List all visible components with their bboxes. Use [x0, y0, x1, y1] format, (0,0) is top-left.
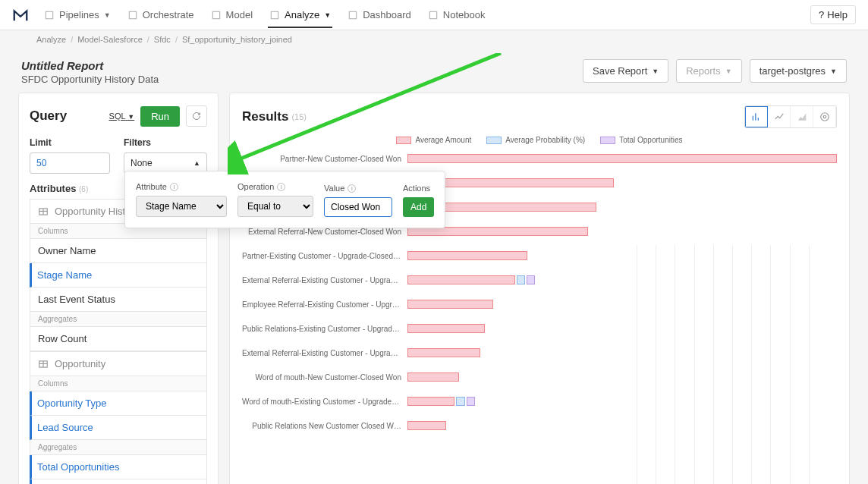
- info-icon: i: [348, 184, 356, 193]
- nav-notebook[interactable]: Notebook: [426, 2, 487, 28]
- aggregates-label: Aggregates: [30, 440, 207, 455]
- info-icon: i: [277, 183, 285, 191]
- filter-popup: Attributei Stage Name Operationi Equal t…: [124, 171, 445, 228]
- svg-rect-2: [212, 11, 219, 18]
- reports-button[interactable]: Reports▼: [676, 59, 741, 83]
- attr-group-header[interactable]: Opportunity: [30, 351, 207, 376]
- page-title: Untitled Report: [21, 59, 159, 72]
- legend-item: Total Opportunities: [600, 136, 682, 144]
- nav-icon: [348, 10, 358, 20]
- chart-bar[interactable]: [407, 251, 527, 260]
- attr-item[interactable]: Oportunity Type: [30, 391, 207, 416]
- chart-bar[interactable]: [407, 275, 515, 284]
- nav-orchestrate[interactable]: Orchestrate: [126, 2, 196, 28]
- area-chart-icon[interactable]: [791, 106, 813, 127]
- attr-item[interactable]: Average Probability (%): [30, 479, 207, 484]
- save-report-button[interactable]: Save Report▼: [583, 59, 668, 83]
- attr-item[interactable]: Total Opportunities: [30, 455, 207, 479]
- chart-bar[interactable]: [407, 372, 459, 382]
- svg-rect-3: [271, 11, 278, 18]
- breadcrumb: Analyze/Model-Salesforce/Sfdc/Sf_opportu…: [0, 30, 868, 49]
- legend-swatch: [396, 137, 411, 144]
- chart-label: Employee Referral-Existing Customer - Up…: [242, 300, 401, 309]
- caret-down-icon: ▼: [324, 11, 331, 19]
- chart-bar[interactable]: [407, 397, 454, 406]
- chart-label: External Referral-Existing Customer - Up…: [242, 349, 401, 357]
- nav-dashboard[interactable]: Dashboard: [346, 2, 413, 28]
- breadcrumb-link[interactable]: Sfdc: [154, 35, 171, 44]
- results-count: (15): [291, 112, 307, 121]
- results-title: Results: [242, 109, 288, 124]
- chart-row: Public Relations New Customer Closed W…: [242, 420, 837, 431]
- filter-attribute-label: Attributei: [136, 182, 227, 191]
- chart-type-controls: [744, 105, 837, 128]
- filters-label: Filters: [124, 137, 207, 148]
- help-icon: ?: [819, 9, 824, 20]
- run-button[interactable]: Run: [140, 106, 180, 127]
- nav-pipelines[interactable]: Pipelines▼: [42, 2, 112, 28]
- top-nav: Pipelines▼OrchestrateModelAnalyze▼Dashbo…: [0, 0, 868, 30]
- aggregates-label: Aggregates: [30, 312, 207, 327]
- svg-rect-4: [350, 11, 357, 18]
- add-filter-button[interactable]: Add: [403, 197, 434, 217]
- chart-label: External Referral-Existing Customer - Up…: [242, 276, 401, 284]
- columns-label: Columns: [30, 376, 207, 391]
- breadcrumb-link[interactable]: Model-Salesforce: [77, 35, 143, 44]
- attr-item[interactable]: Stage Name: [30, 263, 207, 288]
- page-subtitle: SFDC Opportunity History Data: [21, 74, 159, 85]
- limit-input[interactable]: [30, 152, 110, 174]
- nav-icon: [428, 10, 439, 20]
- svg-rect-0: [46, 11, 52, 18]
- table-icon: [38, 206, 49, 217]
- nav-icon: [44, 10, 55, 20]
- table-icon: [38, 359, 49, 369]
- attr-item[interactable]: Row Count: [30, 327, 207, 351]
- info-icon: i: [170, 183, 178, 191]
- refresh-button[interactable]: [186, 105, 207, 127]
- chart-row: Word of mouth-Existing Customer - Upgrad…: [242, 396, 837, 407]
- legend-swatch: [600, 137, 615, 144]
- filter-value-input[interactable]: [324, 197, 392, 217]
- sql-toggle[interactable]: SQL ▼: [109, 112, 135, 121]
- nav-icon: [127, 10, 138, 20]
- chart-label: Word of mouth-New Customer-Closed Won: [242, 373, 401, 382]
- line-chart-icon[interactable]: [768, 106, 791, 127]
- legend-item: Average Probability (%): [486, 136, 585, 144]
- results-panel: Results (15) Average AmountAverage Proba…: [229, 93, 850, 484]
- breadcrumb-link[interactable]: Sf_opportunity_history_joined: [182, 35, 292, 44]
- chart-row: Public Relations-Existing Customer - Upg…: [242, 323, 837, 334]
- filter-attribute-select[interactable]: Stage Name: [136, 196, 227, 217]
- chart-bar[interactable]: [407, 300, 493, 309]
- nav-model[interactable]: Model: [209, 2, 254, 28]
- filter-operation-select[interactable]: Equal to: [237, 196, 313, 217]
- chart-row: External Referral-Existing Customer - Up…: [242, 275, 837, 285]
- chart-bar[interactable]: [407, 421, 446, 430]
- nav-analyze[interactable]: Analyze▼: [268, 2, 332, 28]
- chart-bar[interactable]: [407, 154, 837, 163]
- chart-bar[interactable]: [407, 324, 485, 333]
- caret-down-icon: ▼: [830, 68, 837, 75]
- attr-item[interactable]: Owner Name: [30, 239, 207, 263]
- help-button[interactable]: ? Help: [810, 5, 856, 24]
- chart-row: Employee Referral-Existing Customer - Up…: [242, 299, 837, 310]
- chart-label: Public Relations New Customer Closed W…: [242, 422, 401, 430]
- svg-rect-5: [429, 11, 436, 18]
- caret-up-icon: ▲: [193, 159, 200, 167]
- chart-label: Public Relations-Existing Customer - Upg…: [242, 325, 401, 333]
- query-title: Query: [30, 108, 67, 124]
- chart-label: Partner-Existing Customer - Upgrade-Clos…: [242, 252, 401, 260]
- chart-legend: Average AmountAverage Probability (%)Tot…: [242, 136, 837, 144]
- page-header: Untitled Report SFDC Opportunity History…: [0, 49, 868, 93]
- settings-icon[interactable]: [813, 106, 836, 127]
- chart-row: Partner-Existing Customer - Upgrade-Clos…: [242, 250, 837, 261]
- breadcrumb-link[interactable]: Analyze: [36, 35, 66, 44]
- target-select[interactable]: target-postgres▼: [750, 59, 847, 83]
- help-label: Help: [827, 9, 848, 20]
- attr-item[interactable]: Last Event Status: [30, 288, 207, 312]
- bar-chart-icon[interactable]: [745, 106, 768, 127]
- chart-row: Word of mouth-New Customer-Closed Won: [242, 372, 837, 382]
- chart-bar[interactable]: [407, 348, 480, 357]
- chart-label: External Referral-New Customer-Closed Wo…: [242, 228, 401, 236]
- chart-row: Partner-New Customer-Closed Won: [242, 153, 837, 164]
- attr-item[interactable]: Lead Source: [30, 416, 207, 440]
